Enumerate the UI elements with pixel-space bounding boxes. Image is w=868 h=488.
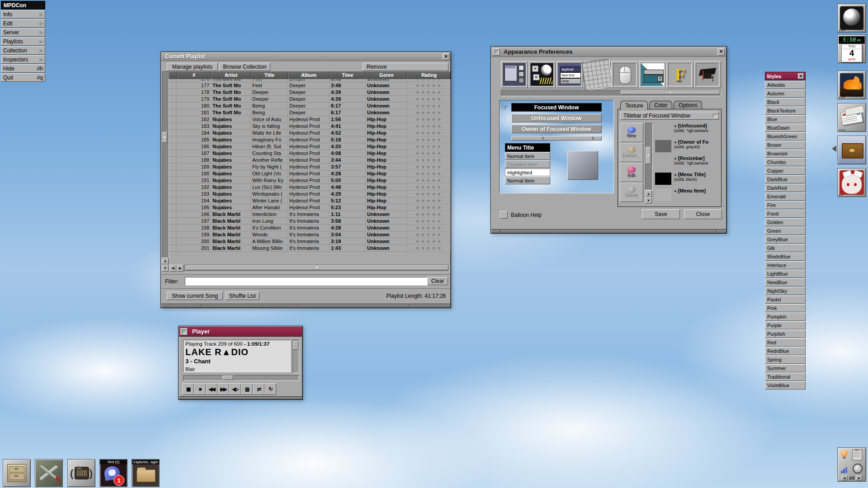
pager-prev-icon[interactable]: ◀ xyxy=(841,475,848,480)
cell-select[interactable] xyxy=(169,245,177,252)
tab-options[interactable]: Options xyxy=(674,101,702,109)
table-row[interactable]: 201 Black Marbl Missing Siblin It's Imma… xyxy=(169,245,451,252)
volume-slider[interactable] xyxy=(292,340,299,373)
rating-stars-icon[interactable]: ★★★★★ xyxy=(407,143,451,150)
close-icon[interactable]: × xyxy=(798,73,804,79)
rating-stars-icon[interactable]: ★★★★★ xyxy=(407,103,451,109)
cell-select[interactable] xyxy=(169,191,177,197)
menu-item[interactable]: Inspectors ▷ xyxy=(1,55,45,64)
cell-select[interactable] xyxy=(169,170,177,177)
texture-list-item[interactable]: ●[Menu Item] xyxy=(654,188,719,203)
cell-select[interactable] xyxy=(169,238,177,245)
miniaturize-icon[interactable] xyxy=(180,328,188,335)
clear-filter-button[interactable]: Clear xyxy=(427,277,448,285)
table-row[interactable]: 180 The Soft Mo Being Deeper 6:17 Unknow… xyxy=(169,103,451,109)
cell-select[interactable] xyxy=(169,82,177,89)
horizontal-scroll-knob[interactable] xyxy=(185,265,448,270)
style-menu-item[interactable]: Green xyxy=(765,227,806,235)
texture-list-item[interactable]: ●[Unfocused] (solid, "rgb:aa/aa/a xyxy=(654,123,719,139)
style-menu-item[interactable]: Spring xyxy=(765,356,806,364)
scroll-right-icon[interactable]: ▶ xyxy=(177,265,184,272)
column-header-rating[interactable]: Rating xyxy=(407,71,451,79)
cell-select[interactable] xyxy=(169,157,177,164)
style-menu-item[interactable]: BlueishGreen xyxy=(765,132,806,141)
browse-collection-button[interactable]: Browse Collection xyxy=(219,63,270,71)
table-row[interactable]: 182 Nujabes Voice of Autu Hydeout Prod 1… xyxy=(169,116,451,123)
menu-item[interactable]: Edit ▷ xyxy=(1,19,45,28)
manage-playlists-button[interactable]: Manage playlists xyxy=(167,63,218,71)
rating-stars-icon[interactable]: ★★★★★ xyxy=(407,191,451,197)
style-menu-item[interactable]: Golden xyxy=(765,218,806,226)
appearance-titlebar[interactable]: Appearance Preferences × xyxy=(491,47,726,57)
style-menu-item[interactable]: IRednBlue xyxy=(765,253,806,261)
rating-stars-icon[interactable]: ★★★★★ xyxy=(407,170,451,177)
shuffle-button[interactable]: ⇄ xyxy=(253,383,264,395)
rating-stars-icon[interactable]: ★★★★★ xyxy=(407,96,451,103)
table-row[interactable]: 178 The Soft Mo Deeper Deeper 4:39 Unkno… xyxy=(169,89,451,96)
player-resizebar[interactable] xyxy=(179,396,302,399)
dock-tile-drawer[interactable] xyxy=(837,136,866,164)
cell-select[interactable] xyxy=(169,89,177,96)
column-header-album[interactable]: Album xyxy=(288,71,330,79)
help-prefs-icon[interactable]: ! xyxy=(694,61,721,88)
playlist-horizontal-scrollbar[interactable] xyxy=(184,265,449,272)
style-menu-item[interactable]: Pink xyxy=(765,304,806,312)
rating-stars-icon[interactable]: ★★★★★ xyxy=(407,218,451,225)
table-row[interactable]: 181 The Soft Mo Being Deeper 6:17 Unknow… xyxy=(169,109,451,116)
seek-knob[interactable] xyxy=(222,375,233,380)
table-row[interactable]: 199 Black Marbl Woods It's Immateria 3:0… xyxy=(169,231,451,238)
appearance-resizebar[interactable] xyxy=(491,229,726,233)
dock-tile-avatar[interactable] xyxy=(837,168,866,197)
menu-prefs-icon[interactable]: Applicati New Entr Gimp xyxy=(556,61,583,88)
table-row[interactable]: 184 Nujabes Waltz for Life Hydeout Prod … xyxy=(169,130,451,136)
tab-color[interactable]: Color xyxy=(649,101,672,109)
save-button[interactable]: Save xyxy=(642,209,680,219)
menu-item[interactable]: Quit #q xyxy=(1,73,45,82)
style-menu-item[interactable]: NewBlue xyxy=(765,278,806,286)
close-icon[interactable]: × xyxy=(717,48,725,56)
dock-tile-clock[interactable]: 5:50 PM THU 4 APR xyxy=(837,34,866,63)
style-menu-item[interactable]: DarkBlue xyxy=(765,175,806,183)
cell-select[interactable] xyxy=(169,143,177,150)
preview-menu-item-highlighted[interactable]: Highlighted xyxy=(505,169,550,176)
style-menu-item[interactable]: Pastel xyxy=(765,296,806,304)
edit-texture-button[interactable]: Edit xyxy=(620,163,643,182)
seek-slider[interactable] xyxy=(183,375,299,381)
style-menu-item[interactable]: Purplish xyxy=(765,330,806,338)
rating-stars-icon[interactable]: ★★★★★ xyxy=(407,116,451,123)
dock-tile-mail[interactable] xyxy=(837,103,866,132)
cell-select[interactable] xyxy=(169,204,177,211)
rating-stars-icon[interactable]: ★★★★★ xyxy=(407,211,451,218)
cell-select[interactable] xyxy=(169,231,177,238)
texture-list-item[interactable]: ●[Menu Title] (solid, black) xyxy=(654,172,719,188)
delete-texture-button[interactable]: Delete xyxy=(620,183,643,202)
play-mode-button[interactable]: ◀▷ xyxy=(229,383,241,395)
pager-next-icon[interactable]: ▶ xyxy=(856,475,862,480)
dock-tile-radio[interactable]: ( ) xyxy=(67,459,95,487)
table-row[interactable]: 192 Nujabes Luv (Sic) (Mo Hydeout Prod 4… xyxy=(169,184,451,191)
preview-owner-titlebar[interactable]: Owner of Focused Window xyxy=(511,125,602,133)
style-menu-item[interactable]: Summer xyxy=(765,364,806,372)
style-menu-item[interactable]: Traditional xyxy=(765,373,806,381)
style-menu-item[interactable]: GreyBlue xyxy=(765,235,806,244)
dock-tile-gnustep[interactable] xyxy=(837,4,866,33)
show-current-song-button[interactable]: Show current Song xyxy=(167,291,223,300)
texture-list-item[interactable]: ●[Owner of Fo (solid, gray40) xyxy=(654,139,719,155)
column-header-time[interactable]: Time xyxy=(330,71,366,79)
table-row[interactable]: 187 Nujabes Counting Sta Hydeout Prod 4:… xyxy=(169,150,451,157)
column-header-title[interactable]: Title xyxy=(251,71,288,79)
style-menu-item[interactable]: Brownish xyxy=(765,150,806,158)
style-menu-item[interactable]: BlackTexture xyxy=(765,107,806,115)
table-row[interactable]: 179 The Soft Mo Deeper Deeper 4:39 Unkno… xyxy=(169,96,451,103)
rating-stars-icon[interactable]: ★★★★★ xyxy=(407,123,451,130)
style-menu-item[interactable]: Copper xyxy=(765,167,806,175)
column-header-num[interactable]: # xyxy=(177,71,211,79)
style-menu-item[interactable]: DarkRed xyxy=(765,184,806,192)
rating-stars-icon[interactable]: ★★★★★ xyxy=(407,109,451,116)
texture-scroll-knob[interactable] xyxy=(646,147,651,164)
section-icons-scroll-knob[interactable] xyxy=(621,90,720,94)
mouse-prefs-icon[interactable] xyxy=(611,61,638,88)
playlist-resizebar[interactable] xyxy=(161,304,450,307)
rating-stars-icon[interactable]: ★★★★★ xyxy=(407,130,451,136)
dock-collapse-arrow-icon[interactable] xyxy=(832,145,836,152)
